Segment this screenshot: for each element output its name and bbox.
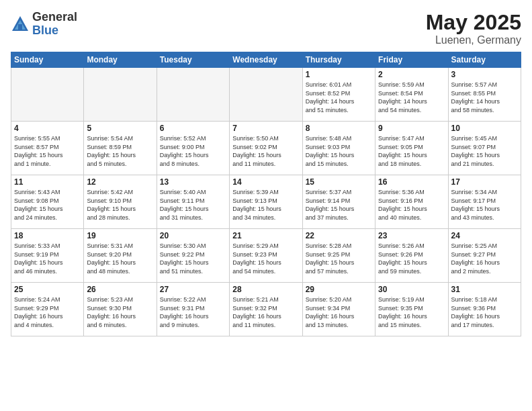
day-number: 20 bbox=[160, 231, 226, 240]
day-cell: 31Sunrise: 5:18 AM Sunset: 9:36 PM Dayli… bbox=[448, 283, 521, 336]
day-cell: 29Sunrise: 5:20 AM Sunset: 9:34 PM Dayli… bbox=[302, 283, 375, 336]
day-info: Sunrise: 5:19 AM Sunset: 9:35 PM Dayligh… bbox=[378, 295, 445, 329]
day-cell: 24Sunrise: 5:25 AM Sunset: 9:27 PM Dayli… bbox=[448, 229, 521, 283]
day-info: Sunrise: 5:31 AM Sunset: 9:20 PM Dayligh… bbox=[87, 242, 153, 275]
day-cell: 23Sunrise: 5:26 AM Sunset: 9:26 PM Dayli… bbox=[375, 229, 448, 283]
col-wednesday: Wednesday bbox=[230, 52, 302, 68]
header: General Blue May 2025 Luenen, Germany bbox=[11, 11, 521, 46]
week-row-2: 11Sunrise: 5:43 AM Sunset: 9:08 PM Dayli… bbox=[11, 175, 521, 229]
day-info: Sunrise: 5:22 AM Sunset: 9:31 PM Dayligh… bbox=[160, 295, 226, 329]
day-info: Sunrise: 5:47 AM Sunset: 9:05 PM Dayligh… bbox=[378, 134, 445, 168]
day-number: 12 bbox=[87, 177, 153, 187]
day-info: Sunrise: 5:59 AM Sunset: 8:54 PM Dayligh… bbox=[378, 81, 445, 114]
logo: General Blue bbox=[11, 11, 77, 38]
day-info: Sunrise: 5:26 AM Sunset: 9:26 PM Dayligh… bbox=[378, 242, 445, 275]
day-number: 2 bbox=[378, 70, 445, 79]
day-cell: 12Sunrise: 5:42 AM Sunset: 9:10 PM Dayli… bbox=[84, 175, 157, 229]
day-number: 10 bbox=[451, 124, 518, 133]
day-info: Sunrise: 5:25 AM Sunset: 9:27 PM Dayligh… bbox=[451, 242, 518, 275]
day-cell: 3Sunrise: 5:57 AM Sunset: 8:55 PM Daylig… bbox=[448, 68, 521, 122]
day-info: Sunrise: 5:57 AM Sunset: 8:55 PM Dayligh… bbox=[451, 81, 518, 114]
day-number: 21 bbox=[232, 231, 299, 240]
day-number: 9 bbox=[378, 124, 445, 133]
logo-icon bbox=[11, 15, 30, 34]
day-cell: 18Sunrise: 5:33 AM Sunset: 9:19 PM Dayli… bbox=[11, 229, 84, 283]
day-info: Sunrise: 5:33 AM Sunset: 9:19 PM Dayligh… bbox=[14, 242, 81, 275]
day-cell: 5Sunrise: 5:54 AM Sunset: 8:59 PM Daylig… bbox=[84, 122, 157, 175]
location: Luenen, Germany bbox=[426, 34, 521, 46]
day-cell: 1Sunrise: 6:01 AM Sunset: 8:52 PM Daylig… bbox=[302, 68, 375, 122]
day-cell: 13Sunrise: 5:40 AM Sunset: 9:11 PM Dayli… bbox=[157, 175, 229, 229]
day-info: Sunrise: 5:24 AM Sunset: 9:29 PM Dayligh… bbox=[14, 295, 81, 329]
day-number: 23 bbox=[378, 231, 445, 240]
day-cell: 16Sunrise: 5:36 AM Sunset: 9:16 PM Dayli… bbox=[375, 175, 448, 229]
day-info: Sunrise: 5:23 AM Sunset: 9:30 PM Dayligh… bbox=[87, 295, 153, 329]
day-number: 30 bbox=[378, 285, 445, 294]
day-cell: 22Sunrise: 5:28 AM Sunset: 9:25 PM Dayli… bbox=[302, 229, 375, 283]
day-info: Sunrise: 5:45 AM Sunset: 9:07 PM Dayligh… bbox=[451, 134, 518, 168]
day-cell: 26Sunrise: 5:23 AM Sunset: 9:30 PM Dayli… bbox=[84, 283, 157, 336]
day-info: Sunrise: 5:54 AM Sunset: 8:59 PM Dayligh… bbox=[87, 134, 153, 168]
col-monday: Monday bbox=[84, 52, 157, 68]
day-cell: 10Sunrise: 5:45 AM Sunset: 9:07 PM Dayli… bbox=[448, 122, 521, 175]
day-cell: 11Sunrise: 5:43 AM Sunset: 9:08 PM Dayli… bbox=[11, 175, 84, 229]
day-number: 31 bbox=[451, 285, 518, 294]
day-cell: 27Sunrise: 5:22 AM Sunset: 9:31 PM Dayli… bbox=[157, 283, 229, 336]
day-cell bbox=[157, 68, 229, 122]
day-number: 26 bbox=[87, 285, 153, 294]
day-number: 7 bbox=[232, 124, 299, 133]
day-cell: 8Sunrise: 5:48 AM Sunset: 9:03 PM Daylig… bbox=[302, 122, 375, 175]
day-cell: 2Sunrise: 5:59 AM Sunset: 8:54 PM Daylig… bbox=[375, 68, 448, 122]
day-number: 11 bbox=[14, 177, 81, 187]
day-cell: 7Sunrise: 5:50 AM Sunset: 9:02 PM Daylig… bbox=[230, 122, 302, 175]
week-row-4: 25Sunrise: 5:24 AM Sunset: 9:29 PM Dayli… bbox=[11, 283, 521, 336]
day-info: Sunrise: 5:43 AM Sunset: 9:08 PM Dayligh… bbox=[14, 188, 81, 222]
day-info: Sunrise: 5:40 AM Sunset: 9:11 PM Dayligh… bbox=[160, 188, 226, 222]
col-tuesday: Tuesday bbox=[157, 52, 229, 68]
day-number: 24 bbox=[451, 231, 518, 240]
day-cell: 30Sunrise: 5:19 AM Sunset: 9:35 PM Dayli… bbox=[375, 283, 448, 336]
day-info: Sunrise: 5:50 AM Sunset: 9:02 PM Dayligh… bbox=[232, 134, 299, 168]
logo-blue: Blue bbox=[32, 24, 77, 38]
day-cell: 19Sunrise: 5:31 AM Sunset: 9:20 PM Dayli… bbox=[84, 229, 157, 283]
day-number: 5 bbox=[87, 124, 153, 133]
svg-rect-2 bbox=[18, 24, 22, 30]
day-info: Sunrise: 5:37 AM Sunset: 9:14 PM Dayligh… bbox=[306, 188, 372, 222]
day-number: 28 bbox=[232, 285, 299, 294]
day-number: 17 bbox=[451, 177, 518, 187]
day-number: 1 bbox=[306, 70, 372, 79]
day-info: Sunrise: 5:28 AM Sunset: 9:25 PM Dayligh… bbox=[306, 242, 372, 275]
day-info: Sunrise: 5:52 AM Sunset: 9:00 PM Dayligh… bbox=[160, 134, 226, 168]
day-number: 4 bbox=[14, 124, 81, 133]
week-row-3: 18Sunrise: 5:33 AM Sunset: 9:19 PM Dayli… bbox=[11, 229, 521, 283]
day-cell bbox=[11, 68, 84, 122]
day-cell: 17Sunrise: 5:34 AM Sunset: 9:17 PM Dayli… bbox=[448, 175, 521, 229]
day-cell: 6Sunrise: 5:52 AM Sunset: 9:00 PM Daylig… bbox=[157, 122, 229, 175]
col-friday: Friday bbox=[375, 52, 448, 68]
day-cell: 21Sunrise: 5:29 AM Sunset: 9:23 PM Dayli… bbox=[230, 229, 302, 283]
day-cell bbox=[84, 68, 157, 122]
header-row: Sunday Monday Tuesday Wednesday Thursday… bbox=[11, 52, 521, 68]
day-info: Sunrise: 5:36 AM Sunset: 9:16 PM Dayligh… bbox=[378, 188, 445, 222]
day-cell: 14Sunrise: 5:39 AM Sunset: 9:13 PM Dayli… bbox=[230, 175, 302, 229]
week-row-0: 1Sunrise: 6:01 AM Sunset: 8:52 PM Daylig… bbox=[11, 68, 521, 122]
day-cell: 20Sunrise: 5:30 AM Sunset: 9:22 PM Dayli… bbox=[157, 229, 229, 283]
day-info: Sunrise: 6:01 AM Sunset: 8:52 PM Dayligh… bbox=[306, 81, 372, 114]
day-number: 19 bbox=[87, 231, 153, 240]
day-number: 22 bbox=[306, 231, 372, 240]
day-cell: 25Sunrise: 5:24 AM Sunset: 9:29 PM Dayli… bbox=[11, 283, 84, 336]
title-block: May 2025 Luenen, Germany bbox=[426, 11, 521, 46]
day-info: Sunrise: 5:55 AM Sunset: 8:57 PM Dayligh… bbox=[14, 134, 81, 168]
day-number: 29 bbox=[306, 285, 372, 294]
day-info: Sunrise: 5:34 AM Sunset: 9:17 PM Dayligh… bbox=[451, 188, 518, 222]
logo-text: General Blue bbox=[32, 11, 77, 38]
day-info: Sunrise: 5:21 AM Sunset: 9:32 PM Dayligh… bbox=[232, 295, 299, 329]
day-cell: 4Sunrise: 5:55 AM Sunset: 8:57 PM Daylig… bbox=[11, 122, 84, 175]
day-number: 3 bbox=[451, 70, 518, 79]
day-info: Sunrise: 5:30 AM Sunset: 9:22 PM Dayligh… bbox=[160, 242, 226, 275]
day-number: 16 bbox=[378, 177, 445, 187]
day-number: 14 bbox=[232, 177, 299, 187]
day-info: Sunrise: 5:29 AM Sunset: 9:23 PM Dayligh… bbox=[232, 242, 299, 275]
day-info: Sunrise: 5:42 AM Sunset: 9:10 PM Dayligh… bbox=[87, 188, 153, 222]
week-row-1: 4Sunrise: 5:55 AM Sunset: 8:57 PM Daylig… bbox=[11, 122, 521, 175]
